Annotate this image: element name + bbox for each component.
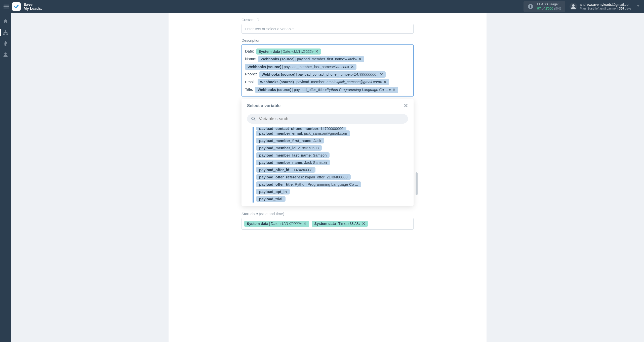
user-menu[interactable]: andrewsavemyleads@gmail.com Plan |Start|…: [570, 2, 631, 11]
description-input[interactable]: Date: System data | Date: «12/14/2022»✕ …: [242, 44, 414, 96]
scrollbar-thumb[interactable]: [416, 172, 418, 195]
sidebar-billing[interactable]: [3, 41, 8, 46]
variable-item[interactable]: payload_offer_title: Python Programming …: [256, 181, 411, 188]
content: Custom ID Description Date: System data …: [11, 13, 644, 342]
body: Custom ID Description Date: System data …: [0, 13, 644, 342]
sidebar-home[interactable]: [3, 19, 8, 24]
variable-item[interactable]: payload_member_name: Jack Samson: [256, 159, 411, 166]
custom-id-input[interactable]: [242, 24, 414, 34]
start-date-input[interactable]: System data | Date: «12/14/2022»✕ System…: [242, 218, 414, 230]
start-date-label: Start date (date and time): [242, 212, 414, 216]
svg-rect-1: [4, 6, 9, 7]
search-icon: [251, 116, 256, 121]
variable-item[interactable]: payload_opt_in: [256, 188, 411, 195]
variable-item[interactable]: payload_member_id: 2185373598: [256, 144, 411, 152]
sidebar-flows[interactable]: [3, 30, 8, 35]
variable-search[interactable]: [247, 114, 408, 124]
close-icon[interactable]: ✕: [404, 103, 408, 109]
hamburger-icon[interactable]: [4, 4, 9, 9]
variable-search-input[interactable]: [259, 116, 404, 121]
tag-start-time[interactable]: System data | Time: «13:28»✕: [312, 221, 368, 227]
dropdown-header: Select a variable ✕: [242, 99, 414, 113]
tag-email[interactable]: Webhooks (source) | payload_member_email…: [258, 79, 389, 85]
variable-item[interactable]: payload_member_last_name: Samson: [256, 152, 411, 159]
remove-tag-icon[interactable]: ✕: [380, 72, 383, 77]
svg-point-11: [252, 117, 254, 120]
remove-tag-icon[interactable]: ✕: [315, 49, 318, 54]
brand-name: Save My Leads.: [24, 3, 42, 11]
svg-point-5: [530, 5, 531, 6]
variable-item[interactable]: payload_offer_reference: kajabi_offer_21…: [256, 173, 411, 181]
sidebar: [0, 13, 11, 342]
remove-tag-icon[interactable]: ✕: [383, 80, 387, 84]
user-avatar-icon: [570, 3, 577, 10]
app-header: Save My Leads. LEADS usage: 97 of 2'000 …: [0, 0, 644, 13]
svg-point-10: [4, 53, 7, 55]
description-label: Description: [242, 38, 414, 42]
info-icon: [528, 4, 534, 10]
header-left: Save My Leads.: [4, 2, 42, 11]
custom-id-label: Custom ID: [242, 18, 414, 22]
header-right: LEADS usage: 97 of 2'000 (5%) andrewsave…: [524, 1, 640, 12]
remove-tag-icon[interactable]: ✕: [362, 221, 365, 226]
variable-dropdown: Select a variable ✕ payload_contact_phon…: [242, 99, 414, 206]
tag-phone[interactable]: Webhooks (source) | payload_contact_phon…: [259, 71, 386, 78]
desc-row-name: Name: Webhooks (source) | payload_member…: [245, 55, 410, 70]
tag-start-date[interactable]: System data | Date: «12/14/2022»✕: [244, 221, 309, 227]
variable-list: payload_contact_phone_number: 1470000000…: [253, 127, 414, 203]
remove-tag-icon[interactable]: ✕: [358, 57, 361, 62]
svg-rect-2: [4, 8, 9, 9]
variable-item[interactable]: payload_member_first_name: Jack: [256, 137, 411, 144]
svg-rect-9: [7, 34, 8, 35]
variable-item[interactable]: payload_offer_id: 2148480008: [256, 166, 411, 173]
desc-row-phone: Phone: Webhooks (source) | payload_conta…: [245, 70, 410, 78]
svg-rect-0: [4, 5, 9, 6]
user-info: andrewsavemyleads@gmail.com Plan |Start|…: [580, 2, 631, 11]
desc-row-email: Email: Webhooks (source) | payload_membe…: [245, 78, 410, 86]
usage-widget[interactable]: LEADS usage: 97 of 2'000 (5%): [524, 1, 565, 12]
variable-item[interactable]: payload_member_email: jack_samson@gmail.…: [256, 130, 411, 137]
remove-tag-icon[interactable]: ✕: [303, 221, 307, 226]
svg-rect-4: [530, 6, 531, 8]
desc-row-title: Title: Webhooks (source) | payload_offer…: [245, 86, 410, 93]
remove-tag-icon[interactable]: ✕: [392, 87, 396, 92]
svg-point-6: [572, 4, 575, 7]
app-logo[interactable]: [12, 2, 21, 11]
svg-rect-8: [3, 34, 5, 35]
svg-line-12: [254, 119, 255, 121]
desc-row-date: Date: System data | Date: «12/14/2022»✕: [245, 47, 410, 55]
sidebar-account[interactable]: [3, 52, 8, 57]
variable-item[interactable]: payload_trial: [256, 195, 411, 203]
tag-title[interactable]: Webhooks (source) | payload_offer_title:…: [255, 87, 398, 93]
form-card: Custom ID Description Date: System data …: [169, 13, 487, 342]
svg-rect-7: [5, 30, 6, 31]
tag-last-name[interactable]: Webhooks (source) | payload_member_last_…: [245, 64, 356, 70]
variable-item-cut[interactable]: payload_contact_phone_number: 1470000000…: [256, 127, 411, 130]
tag-system-date[interactable]: System data | Date: «12/14/2022»✕: [256, 48, 321, 55]
tag-first-name[interactable]: Webhooks (source) | payload_member_first…: [258, 56, 364, 62]
chevron-down-icon[interactable]: [636, 4, 640, 9]
usage-text: LEADS usage: 97 of 2'000 (5%): [537, 2, 561, 11]
remove-tag-icon[interactable]: ✕: [351, 65, 354, 69]
